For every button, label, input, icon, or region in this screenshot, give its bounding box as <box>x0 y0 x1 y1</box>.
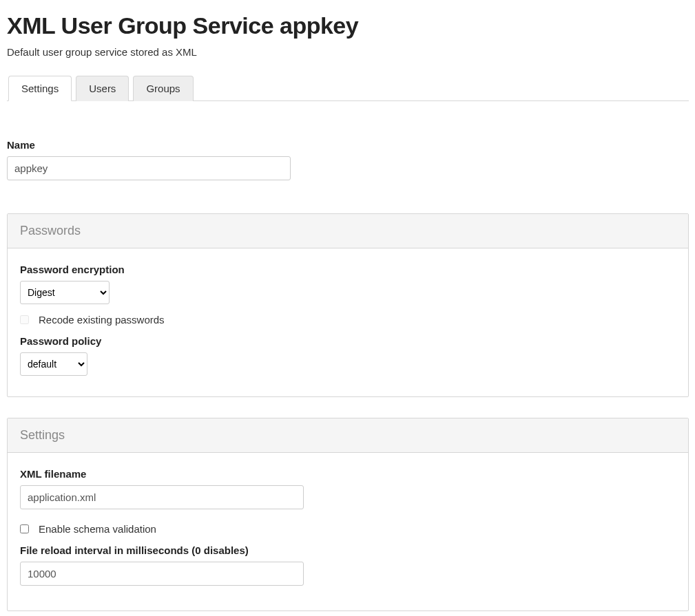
recode-passwords-checkbox[interactable] <box>20 315 29 324</box>
schema-validation-checkbox[interactable] <box>20 524 29 533</box>
recode-passwords-label: Recode existing passwords <box>39 314 165 326</box>
tab-groups[interactable]: Groups <box>133 76 193 101</box>
settings-panel-header: Settings <box>8 418 688 453</box>
page-title: XML User Group Service appkey <box>7 12 689 39</box>
tab-users[interactable]: Users <box>76 76 129 101</box>
password-encryption-label: Password encryption <box>20 264 676 275</box>
passwords-panel: Passwords Password encryption Digest Rec… <box>7 213 689 397</box>
tab-settings[interactable]: Settings <box>8 76 72 101</box>
password-encryption-select[interactable]: Digest <box>20 281 110 304</box>
schema-validation-label: Enable schema validation <box>39 523 156 535</box>
tab-bar: Settings Users Groups <box>7 75 689 101</box>
xml-filename-label: XML filename <box>20 468 676 480</box>
page-subtitle: Default user group service stored as XML <box>7 46 689 58</box>
name-input[interactable] <box>7 156 291 180</box>
name-label: Name <box>7 139 689 151</box>
password-policy-select[interactable]: default <box>20 352 87 376</box>
reload-interval-label: File reload interval in milliseconds (0 … <box>20 544 676 556</box>
passwords-panel-header: Passwords <box>8 214 688 248</box>
settings-panel: Settings XML filename Enable schema vali… <box>7 418 689 611</box>
password-policy-label: Password policy <box>20 335 676 347</box>
reload-interval-input[interactable] <box>20 562 304 586</box>
name-field-group: Name <box>7 139 689 193</box>
xml-filename-input[interactable] <box>20 485 304 509</box>
